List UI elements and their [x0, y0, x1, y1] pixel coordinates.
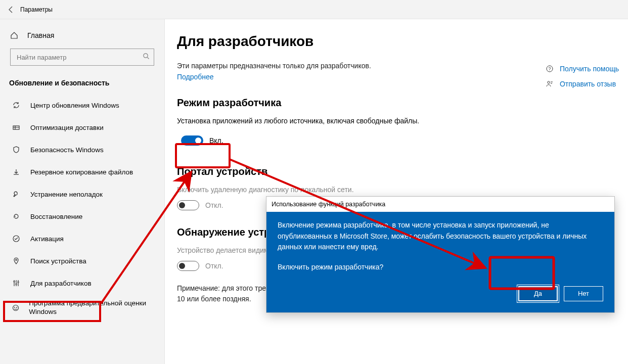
search-box[interactable] — [10, 49, 154, 66]
page-title: Для разработчиков — [177, 33, 616, 50]
developer-features-dialog: Использование функций разработчика Включ… — [266, 196, 615, 313]
sidebar-item-label: Восстановление — [30, 213, 82, 220]
svg-text:?: ? — [548, 66, 551, 71]
help-label: Получить помощь — [560, 65, 619, 73]
feedback-label: Отправить отзыв — [560, 80, 616, 88]
svg-point-3 — [16, 259, 17, 261]
sidebar-item-label: Для разработчиков — [30, 280, 92, 287]
sliders-icon — [11, 279, 21, 287]
sidebar-item-label: Центр обновления Windows — [30, 102, 119, 109]
sidebar-home[interactable]: Главная — [4, 25, 160, 46]
check-icon — [11, 235, 21, 243]
sidebar-item-label: Оптимизация доставки — [30, 124, 104, 131]
dialog-question: Включить режим разработчика? — [278, 262, 603, 273]
sidebar-item-label: Резервное копирование файлов — [30, 168, 133, 176]
sidebar-item-find-device[interactable]: Поиск устройства — [4, 250, 160, 272]
svg-point-2 — [13, 236, 19, 242]
sidebar: Главная Обновление и безопасность Центр … — [0, 19, 165, 364]
feedback-link[interactable]: Отправить отзыв — [546, 80, 619, 88]
dev-mode-desc: Установка приложений из любого источника… — [177, 116, 420, 126]
svg-point-4 — [14, 281, 15, 283]
back-button[interactable] — [4, 3, 18, 17]
sidebar-item-windows-security[interactable]: Безопасность Windows — [4, 139, 160, 161]
device-discovery-toggle-label: Откл. — [205, 262, 223, 270]
sidebar-category: Обновление и безопасность — [4, 75, 160, 94]
dev-mode-toggle-label: Вкл. — [209, 136, 223, 145]
dev-mode-toggle-group: Вкл. — [177, 131, 232, 150]
help-link[interactable]: ? Получить помощь — [546, 65, 619, 73]
sidebar-item-insider[interactable]: Программа предварительной оценки Windows — [4, 294, 160, 322]
search-input[interactable] — [16, 53, 143, 62]
svg-point-9 — [16, 307, 17, 308]
device-portal-desc: Включить удаленную диагностику по локаль… — [177, 185, 420, 195]
sidebar-item-label: Активация — [30, 235, 64, 243]
feedback-icon — [546, 80, 555, 88]
sidebar-item-label: Поиск устройства — [30, 257, 86, 265]
sidebar-item-developers[interactable]: Для разработчиков — [4, 272, 160, 294]
sidebar-item-label: Безопасность Windows — [30, 146, 104, 154]
device-portal-heading: Портал устройств — [177, 166, 616, 177]
sidebar-item-troubleshoot[interactable]: Устранение неполадок — [4, 183, 160, 205]
sidebar-item-delivery-optimization[interactable]: Оптимизация доставки — [4, 116, 160, 139]
sidebar-item-label: Устранение неполадок — [30, 191, 103, 198]
wrench-icon — [11, 190, 21, 198]
sidebar-item-windows-update[interactable]: Центр обновления Windows — [4, 94, 160, 116]
titlebar: Параметры — [0, 0, 628, 19]
sidebar-item-label: Программа предварительной оценки Windows — [29, 299, 155, 316]
device-portal-toggle[interactable] — [177, 200, 199, 210]
window-title: Параметры — [20, 6, 53, 13]
backup-icon — [11, 168, 21, 176]
sidebar-item-recovery[interactable]: Восстановление — [4, 205, 160, 228]
svg-point-12 — [548, 81, 550, 83]
dialog-message: Включение режима разработчика, в том чис… — [278, 220, 603, 253]
sidebar-item-activation[interactable]: Активация — [4, 228, 160, 250]
recovery-icon — [11, 212, 21, 220]
dialog-title: Использование функций разработчика — [266, 197, 614, 212]
svg-point-0 — [144, 54, 148, 58]
svg-point-8 — [14, 307, 15, 308]
location-icon — [11, 257, 21, 265]
device-portal-toggle-label: Откл. — [205, 201, 223, 209]
search-icon — [143, 53, 150, 62]
svg-point-5 — [16, 284, 17, 285]
dialog-no-button[interactable]: Нет — [564, 286, 603, 301]
sidebar-item-backup[interactable]: Резервное копирование файлов — [4, 161, 160, 183]
dev-mode-heading: Режим разработчика — [177, 97, 616, 109]
side-links: ? Получить помощь Отправить отзыв — [546, 65, 619, 95]
insider-icon — [11, 304, 20, 312]
delivery-icon — [11, 123, 21, 131]
sidebar-home-label: Главная — [27, 31, 54, 39]
dev-mode-toggle[interactable] — [181, 135, 203, 146]
home-icon — [10, 31, 18, 39]
sync-icon — [11, 101, 21, 109]
help-icon: ? — [546, 65, 555, 73]
svg-point-7 — [13, 305, 18, 310]
shield-icon — [11, 146, 21, 154]
svg-point-6 — [18, 282, 19, 283]
device-discovery-toggle[interactable] — [177, 261, 199, 271]
content-pane: Для разработчиков Эти параметры предназн… — [165, 19, 628, 364]
dialog-yes-button[interactable]: Да — [518, 286, 558, 301]
